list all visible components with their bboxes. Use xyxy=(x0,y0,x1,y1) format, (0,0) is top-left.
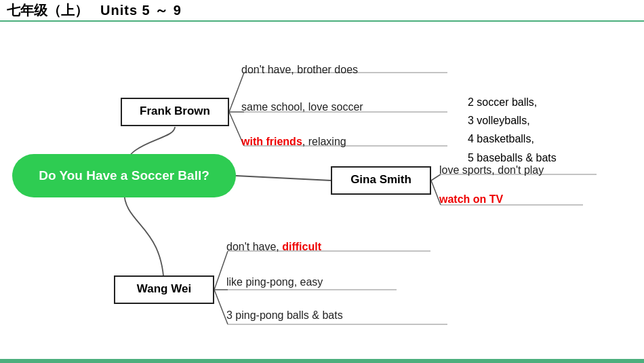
frank-list-item-3: 4 basketballs, xyxy=(468,130,557,148)
wang-line3: 3 ping-pong balls & bats xyxy=(226,309,343,322)
frank-list-item-1: 2 soccer balls, xyxy=(468,93,557,111)
page-header: 七年级（上） Units 5 ～ 9 xyxy=(0,0,644,22)
frank-line3: with friends, relaxing xyxy=(241,136,346,148)
svg-line-13 xyxy=(214,290,228,324)
svg-line-6 xyxy=(236,176,331,180)
frank-list: 2 soccer balls, 3 volleyballs, 4 basketb… xyxy=(468,93,557,167)
header-title-en: Units 5 ～ 9 xyxy=(100,1,182,20)
frank-brown-box: Frank Brown xyxy=(121,98,229,126)
wang-line1: don't have, difficult xyxy=(226,241,321,253)
main-content: Do You Have a Soccer Ball? Frank Brown d… xyxy=(0,22,644,363)
svg-line-11 xyxy=(214,251,228,290)
wang-line2: like ping-pong, easy xyxy=(226,276,323,288)
gina-line2: watch on TV xyxy=(439,193,503,206)
center-bubble: Do You Have a Soccer Ball? xyxy=(12,154,236,197)
header-title-cn: 七年级（上） xyxy=(7,1,88,20)
frank-line1: don't have, brother does xyxy=(241,64,358,76)
wang-wei-box: Wang Wei xyxy=(114,275,214,304)
frank-line2: same school, love soccer xyxy=(241,101,363,113)
gina-line1: love sports, don't play xyxy=(439,164,544,176)
gina-smith-box: Gina Smith xyxy=(331,166,431,195)
footer-line xyxy=(0,359,644,363)
frank-list-item-2: 3 volleyballs, xyxy=(468,111,557,130)
